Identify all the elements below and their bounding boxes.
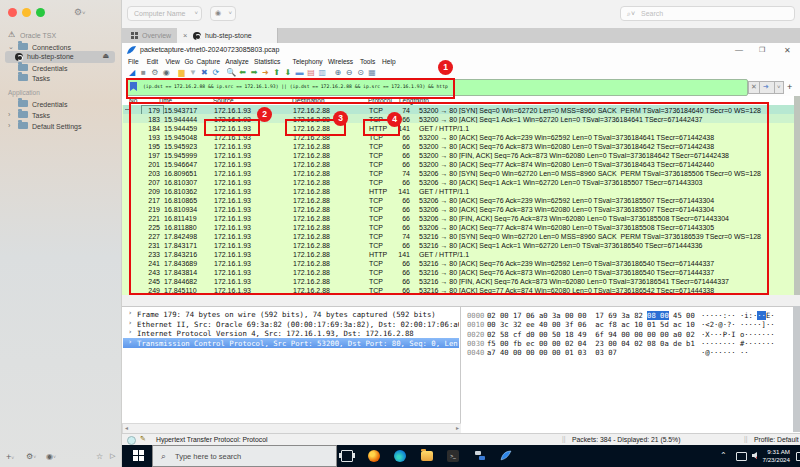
- expand-arrow-icon[interactable]: ›: [128, 309, 132, 317]
- tree-chevron-icon[interactable]: ⌄: [8, 43, 14, 51]
- search-placeholder: Search: [641, 10, 663, 17]
- expert-info-icon[interactable]: [127, 436, 136, 445]
- zoom-in-icon[interactable]: ⊕: [333, 68, 343, 78]
- expand-arrow-icon[interactable]: ›: [128, 338, 132, 346]
- sidebar-play-button[interactable]: ▷: [110, 452, 115, 460]
- menu-statistics[interactable]: Statistics: [254, 58, 280, 65]
- taskbar-search-box[interactable]: ⌕ Type here to search: [152, 445, 337, 467]
- back-icon[interactable]: ⬅: [238, 68, 248, 78]
- close-traffic-light[interactable]: [8, 8, 17, 17]
- restart-icon[interactable]: ◉: [161, 68, 171, 78]
- minimize-window-icon[interactable]: —: [735, 45, 743, 54]
- hex-row[interactable]: 002002 58 cf d0 00 50 18 49 6f 94 00 00 …: [461, 330, 791, 339]
- menu-tools[interactable]: Tools: [360, 58, 375, 65]
- goto-icon[interactable]: ➜: [260, 68, 270, 78]
- pane-splitter[interactable]: [122, 295, 800, 306]
- scroll-left-arrow-icon[interactable]: ◂: [125, 424, 128, 431]
- minimize-traffic-light[interactable]: [22, 8, 31, 17]
- close-window-icon[interactable]: ✕: [784, 46, 791, 55]
- network-app-icon[interactable]: [474, 450, 486, 462]
- sidebar-item-label: Tasks: [32, 112, 50, 119]
- detail-row[interactable]: ›Ethernet II, Src: Oracle_69:3a:82 (00:0…: [123, 319, 459, 329]
- display-icon[interactable]: [736, 452, 747, 461]
- menu-help[interactable]: Help: [382, 58, 396, 65]
- shark-fin-icon[interactable]: ◢: [127, 68, 137, 78]
- taskbar-clock[interactable]: 9:31 AM 7/23/2024: [758, 448, 790, 464]
- computer-name-dropdown[interactable]: Computer Name ˅: [127, 6, 202, 21]
- tray-chevron-icon[interactable]: ⌃: [720, 451, 727, 460]
- menu-wireless[interactable]: Wireless: [328, 58, 353, 65]
- reload-icon[interactable]: ⟳: [211, 68, 221, 78]
- resize-columns-icon[interactable]: ▦: [367, 68, 377, 78]
- hex-row[interactable]: 0030f5 00 fb ec 00 00 02 04 23 00 04 02 …: [461, 339, 791, 348]
- bytes-scrollbar[interactable]: [793, 306, 800, 432]
- sidebar-gear-icon[interactable]: ⚙˅: [74, 7, 86, 17]
- hex-bytes: 02 58 cf d0 00 50 18 49 6f 94 00 00 00 0…: [487, 330, 695, 339]
- annotation-badge-1: 1: [438, 60, 453, 75]
- sidebar-settings-button[interactable]: ⚙˅: [26, 452, 36, 461]
- top-icon[interactable]: ⬆: [272, 68, 282, 78]
- zoom-traffic-light[interactable]: [36, 8, 45, 17]
- capture-comment-icon[interactable]: ✎: [140, 435, 146, 443]
- menu-capture[interactable]: Capture: [197, 58, 220, 65]
- hex-row[interactable]: 001000 3c 32 ee 40 00 3f 06 ac f8 ac 10 …: [461, 320, 791, 329]
- record-dropdown[interactable]: ◉ ˅: [210, 6, 236, 21]
- sidebar-star-button[interactable]: ☆: [96, 452, 103, 461]
- hex-row[interactable]: 0040a7 40 00 00 00 00 01 03 03 07·@·····…: [461, 348, 791, 357]
- task-view-icon[interactable]: [341, 450, 353, 462]
- edge-icon[interactable]: [394, 450, 406, 462]
- detail-row[interactable]: ›Internet Protocol Version 4, Src: 172.1…: [123, 328, 459, 338]
- menu-analyze[interactable]: Analyze: [225, 58, 248, 65]
- stop-icon[interactable]: ■: [138, 68, 148, 78]
- firefox-icon[interactable]: [368, 450, 380, 462]
- volume-muted-icon[interactable]: [752, 452, 757, 459]
- menu-telephony[interactable]: Telephony: [293, 58, 323, 65]
- colorize-icon[interactable]: ▤: [306, 68, 316, 78]
- options-icon[interactable]: ⚙: [150, 68, 160, 78]
- menu-view[interactable]: View: [166, 58, 180, 65]
- forward-icon[interactable]: ➡: [249, 68, 259, 78]
- close-tab-icon[interactable]: ×: [183, 31, 187, 40]
- maximize-window-icon[interactable]: ❐: [759, 46, 765, 54]
- tab-overview[interactable]: Overview: [125, 28, 178, 43]
- zoom-reset-icon[interactable]: ⊙: [356, 68, 366, 78]
- eject-icon[interactable]: ⏏: [102, 52, 109, 60]
- tab-hub-step-stone[interactable]: × hub-step-stone: [177, 28, 278, 43]
- tree-chevron-icon[interactable]: ›: [8, 122, 10, 129]
- expand-arrow-icon[interactable]: ›: [128, 319, 132, 327]
- menu-file[interactable]: File: [128, 58, 139, 65]
- autoscroll-icon[interactable]: ▥: [317, 68, 327, 78]
- bottom-icon[interactable]: ⬇: [283, 68, 293, 78]
- filter-add-button[interactable]: +: [787, 82, 792, 92]
- tree-chevron-icon[interactable]: ›: [8, 111, 10, 118]
- sidebar-item-tasks[interactable]: Tasks: [0, 73, 121, 85]
- menu-edit[interactable]: Edit: [147, 58, 158, 65]
- sidebar-item-default-settings[interactable]: ›Default Settings: [0, 121, 121, 133]
- file-explorer-icon[interactable]: [421, 451, 433, 461]
- hex-row[interactable]: 000002 00 17 06 a0 3a 00 00 17 69 3a 82 …: [461, 311, 791, 320]
- detail-row[interactable]: ›Transmission Control Protocol, Src Port…: [123, 338, 459, 348]
- save-icon[interactable]: ▼: [188, 68, 198, 78]
- annotation-badge-3: 3: [333, 111, 348, 126]
- menu-go[interactable]: Go: [184, 58, 193, 65]
- marker-icon[interactable]: ▬: [295, 68, 305, 78]
- expand-arrow-icon[interactable]: ›: [128, 328, 132, 336]
- terminal-icon[interactable]: >_: [447, 450, 459, 462]
- filter-apply-button[interactable]: ➜: [759, 81, 775, 94]
- record-icon: ◉: [215, 9, 221, 17]
- sidebar-globe-button[interactable]: ◉˅: [46, 452, 56, 461]
- zoom-out-icon[interactable]: ⊖: [344, 68, 354, 78]
- close-file-icon[interactable]: ✖: [199, 68, 209, 78]
- start-button[interactable]: [133, 450, 144, 461]
- find-icon[interactable]: 🔍: [226, 68, 236, 78]
- notifications-icon[interactable]: [796, 452, 800, 461]
- sidebar-add-button[interactable]: +˅: [6, 452, 14, 462]
- detail-row[interactable]: ›Frame 179: 74 bytes on wire (592 bits),…: [123, 309, 459, 319]
- packet-list-scrollbar[interactable]: [794, 96, 800, 295]
- wireshark-icon[interactable]: [500, 450, 512, 462]
- scroll-right-arrow-icon[interactable]: ▸: [456, 424, 459, 431]
- hex-offset: 0020: [467, 330, 484, 339]
- open-icon[interactable]: ▆: [177, 68, 187, 78]
- search-field[interactable]: ⌕˅ Search: [620, 6, 795, 21]
- filter-expression-dropdown[interactable]: ˅: [774, 81, 784, 94]
